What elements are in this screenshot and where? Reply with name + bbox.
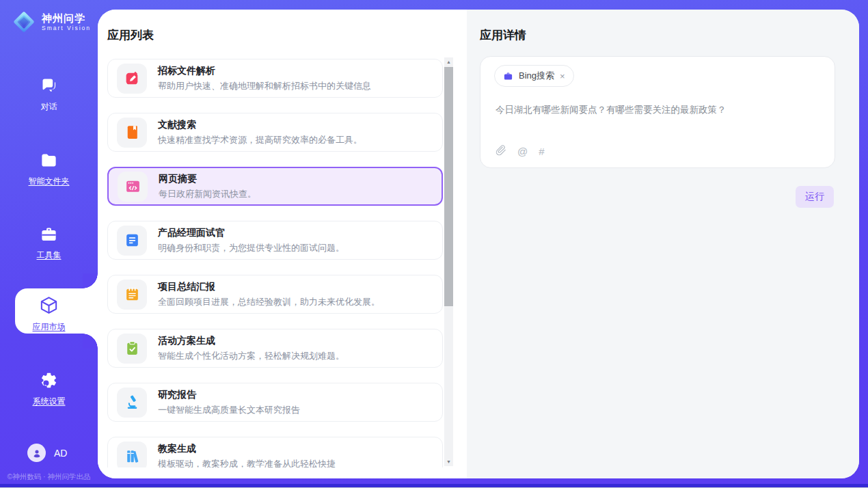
prompt-card: Bing搜索 × 今日湖北有哪些新闻要点？有哪些需要关注的最新政策？ @ # [480, 56, 835, 168]
app-card[interactable]: 研究报告 一键智能生成高质量长文本研究报告 [107, 383, 443, 422]
sidebar-item-label: 智能文件夹 [0, 176, 98, 187]
clipboard-check-icon [117, 334, 147, 364]
sidebar-item-smart-folder[interactable]: 智能文件夹 [0, 151, 98, 187]
app-card-desc: 智能生成个性化活动方案，轻松解决规划难题。 [158, 350, 344, 362]
app-card-title: 活动方案生成 [158, 335, 344, 347]
app-card-title: 项目总结汇报 [158, 281, 380, 293]
app-card-desc: 帮助用户快速、准确地理解和解析招标书中的关键信息 [158, 80, 371, 92]
scroll-up-arrow[interactable]: ▲ [444, 57, 453, 66]
microscope-icon [117, 388, 147, 418]
app-card-desc: 全面回顾项目进展，总结经验教训，助力未来优化发展。 [158, 296, 380, 308]
brand-subtitle: Smart Vision [42, 25, 91, 31]
app-card[interactable]: 项目总结汇报 全面回顾项目进展，总结经验教训，助力未来优化发展。 [107, 275, 443, 314]
sidebar: 神州问学 Smart Vision 对话 智能文件夹 工具集 应用市场 [0, 0, 98, 488]
prompt-toolbar: @ # [496, 145, 545, 158]
brand-logo: 神州问学 Smart Vision [11, 9, 91, 35]
app-card-desc: 模板驱动，教案秒成，教学准备从此轻松快捷 [158, 458, 336, 468]
app-card-title: 网页摘要 [159, 173, 256, 185]
app-card[interactable]: 文献搜索 快速精准查找学术资源，提高研究效率的必备工具。 [107, 113, 443, 152]
sidebar-item-toolset[interactable]: 工具集 [0, 225, 98, 261]
tool-chip-bing-search[interactable]: Bing搜索 × [494, 65, 574, 87]
resume-icon [117, 226, 147, 256]
browser-code-icon [118, 172, 148, 202]
books-icon [117, 442, 147, 468]
app-card-desc: 一键智能生成高质量长文本研究报告 [158, 404, 300, 416]
app-card[interactable]: 活动方案生成 智能生成个性化活动方案，轻松解决规划难题。 [107, 329, 443, 368]
person-icon [31, 448, 42, 459]
app-card[interactable]: 产品经理面试官 明确身份和职责，为您提供专业性的面试问题。 [107, 221, 443, 260]
app-card-desc: 每日政府新闻资讯快查。 [159, 188, 256, 200]
scrollbar-thumb[interactable] [444, 67, 453, 306]
run-button[interactable]: 运行 [796, 186, 834, 208]
copyright-footer: ©神州数码 · 神州问学出品 [0, 472, 98, 482]
toolbox-icon [40, 225, 58, 243]
main-content: 应用列表 招标文件解析 帮助用户快速、准确地理解和解析招标书中的关键信息 [98, 10, 859, 478]
brand-name: 神州问学 [42, 12, 91, 24]
folder-icon [40, 151, 58, 170]
app-list-title: 应用列表 [107, 27, 154, 43]
briefcase-icon [503, 71, 513, 81]
chip-close-icon[interactable]: × [560, 72, 565, 81]
app-list: 招标文件解析 帮助用户快速、准确地理解和解析招标书中的关键信息 文献搜索 快速精… [107, 59, 443, 467]
app-card[interactable]: 教案生成 模板驱动，教案秒成，教学准备从此轻松快捷 [107, 437, 443, 467]
app-card-desc: 快速精准查找学术资源，提高研究效率的必备工具。 [158, 134, 362, 146]
app-detail-panel: 应用详情 Bing搜索 × 今日湖北有哪些新闻要点？有哪些需要关注的最新政策？ … [467, 10, 859, 478]
app-card-selected[interactable]: 网页摘要 每日政府新闻资讯快查。 [107, 167, 443, 206]
app-card-title: 教案生成 [158, 443, 336, 455]
sidebar-item-chat[interactable]: 对话 [0, 77, 98, 113]
book-icon [117, 118, 147, 148]
list-scrollbar[interactable]: ▲ ▼ [444, 57, 453, 466]
sidebar-item-app-market[interactable]: 应用市场 [0, 295, 98, 333]
sidebar-item-label: 对话 [0, 101, 98, 113]
app-card-desc: 明确身份和职责，为您提供专业性的面试问题。 [158, 242, 344, 254]
notepad-icon [117, 280, 147, 310]
app-detail-title: 应用详情 [480, 27, 526, 43]
hash-icon[interactable]: # [539, 146, 544, 157]
cube-icon [39, 295, 59, 315]
user-name: AD [54, 448, 67, 459]
app-list-panel: 应用列表 招标文件解析 帮助用户快速、准确地理解和解析招标书中的关键信息 [98, 10, 467, 478]
mention-icon[interactable]: @ [517, 146, 528, 157]
gear-icon [40, 371, 58, 390]
chip-label: Bing搜索 [519, 70, 554, 82]
chat-icon [40, 77, 58, 95]
app-card-title: 研究报告 [158, 389, 300, 401]
avatar [27, 444, 46, 462]
sidebar-item-label: 应用市场 [0, 321, 98, 333]
attach-icon[interactable] [496, 145, 506, 158]
app-card[interactable]: 招标文件解析 帮助用户快速、准确地理解和解析招标书中的关键信息 [107, 59, 443, 98]
app-card-title: 产品经理面试官 [158, 227, 344, 239]
diamond-logo-icon [11, 9, 37, 35]
app-card-title: 文献搜索 [158, 119, 362, 131]
user-account[interactable]: AD [27, 444, 67, 462]
app-card-title: 招标文件解析 [158, 65, 371, 77]
sidebar-item-label: 工具集 [0, 249, 98, 261]
prompt-textarea[interactable]: 今日湖北有哪些新闻要点？有哪些需要关注的最新政策？ [496, 103, 819, 117]
sidebar-item-label: 系统设置 [0, 396, 98, 407]
sidebar-item-settings[interactable]: 系统设置 [0, 371, 98, 407]
pen-square-icon [117, 64, 147, 94]
scroll-down-arrow[interactable]: ▼ [444, 457, 453, 466]
